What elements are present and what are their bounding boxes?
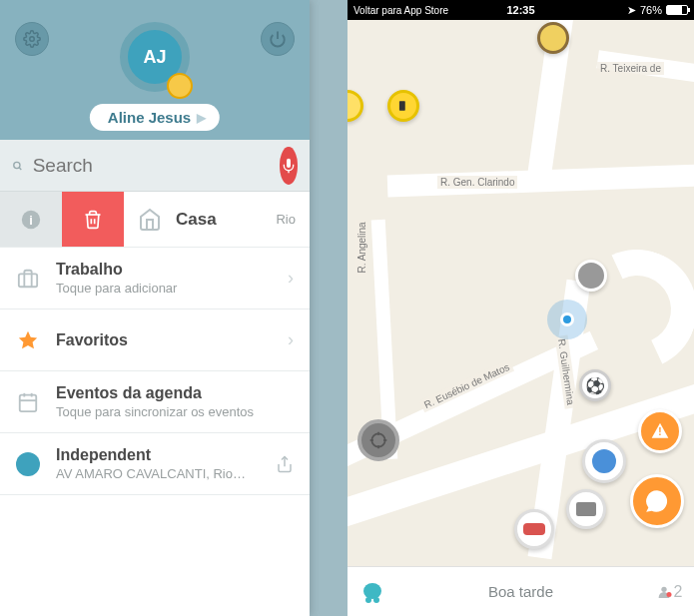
work-row[interactable]: Trabalho Toque para adicionar › bbox=[0, 248, 310, 309]
home-title: Casa bbox=[176, 210, 217, 230]
friends-button[interactable]: 2 bbox=[644, 583, 694, 601]
username-chip[interactable]: Aline Jesus ▶ bbox=[90, 104, 220, 131]
voice-search-button[interactable] bbox=[280, 147, 298, 185]
warning-icon: ! bbox=[650, 421, 670, 441]
calendar-icon bbox=[17, 391, 39, 413]
menu-button[interactable] bbox=[347, 580, 397, 604]
wazer-pin[interactable] bbox=[575, 260, 607, 292]
profile-header: AJ Aline Jesus ▶ bbox=[0, 0, 310, 140]
svg-point-0 bbox=[30, 37, 35, 42]
home-row-swiped[interactable]: i Casa Rio bbox=[0, 192, 310, 248]
bottom-bar: Boa tarde 2 bbox=[347, 566, 694, 616]
favorites-row[interactable]: Favoritos › bbox=[0, 309, 310, 371]
chevron-right-icon: › bbox=[288, 329, 294, 350]
svg-point-15 bbox=[371, 433, 384, 446]
camera-icon bbox=[576, 502, 596, 516]
settings-button[interactable] bbox=[15, 22, 49, 56]
place-dot-icon bbox=[16, 452, 40, 476]
avatar-badge-icon bbox=[167, 73, 193, 99]
battery-percent: 76% bbox=[640, 4, 662, 16]
report-button[interactable] bbox=[630, 474, 684, 528]
svg-marker-8 bbox=[19, 330, 37, 347]
trash-icon bbox=[83, 210, 103, 230]
info-icon: i bbox=[20, 209, 42, 231]
police-button[interactable] bbox=[582, 439, 626, 483]
recent-title: Independent bbox=[56, 446, 260, 464]
camera-button[interactable] bbox=[566, 489, 606, 529]
wazer-pin[interactable] bbox=[537, 22, 569, 54]
work-sub: Toque para adicionar bbox=[56, 281, 272, 296]
power-icon bbox=[269, 30, 287, 48]
speech-bubble-icon bbox=[644, 488, 670, 514]
waze-icon bbox=[358, 580, 386, 604]
greeting-label[interactable]: Boa tarde bbox=[397, 583, 644, 600]
home-trail: Rio bbox=[276, 212, 296, 227]
alert-button[interactable]: ! bbox=[638, 409, 682, 453]
traffic-button[interactable] bbox=[514, 509, 554, 549]
svg-point-24 bbox=[661, 586, 666, 591]
friends-count: 2 bbox=[674, 583, 683, 601]
agenda-row[interactable]: Eventos da agenda Toque para sincronizar… bbox=[0, 371, 310, 433]
info-action[interactable]: i bbox=[0, 192, 62, 247]
hazard-pin[interactable] bbox=[387, 90, 419, 122]
street-label: R. Gen. Clarindo bbox=[437, 176, 517, 189]
briefcase-icon bbox=[17, 268, 39, 290]
favorites-list: i Casa Rio Trabalho Toque para bbox=[0, 192, 310, 495]
svg-line-3 bbox=[19, 168, 21, 170]
police-icon bbox=[592, 449, 616, 473]
car-icon bbox=[523, 523, 545, 535]
crosshair-icon bbox=[368, 430, 388, 450]
gear-icon bbox=[23, 30, 41, 48]
power-button[interactable] bbox=[261, 22, 295, 56]
agenda-sub: Toque para sincronizar os eventos bbox=[56, 404, 294, 419]
svg-rect-14 bbox=[399, 101, 405, 110]
svg-rect-9 bbox=[20, 394, 37, 411]
microphone-icon bbox=[281, 158, 297, 174]
svg-point-2 bbox=[14, 162, 20, 168]
username-label: Aline Jesus bbox=[108, 109, 191, 126]
favorites-title: Favoritos bbox=[56, 331, 272, 349]
battery-icon bbox=[666, 5, 688, 15]
street-label: R. Teixeira de bbox=[597, 62, 664, 75]
compass-button[interactable] bbox=[357, 419, 399, 461]
agenda-title: Eventos da agenda bbox=[56, 384, 294, 402]
chevron-right-icon: › bbox=[288, 268, 294, 289]
work-title: Trabalho bbox=[56, 261, 272, 279]
search-icon bbox=[12, 155, 23, 177]
delete-action[interactable] bbox=[62, 192, 124, 247]
status-time: 12:35 bbox=[506, 4, 534, 16]
hazard-pin-partial[interactable] bbox=[347, 90, 363, 122]
svg-rect-7 bbox=[19, 274, 37, 287]
svg-point-21 bbox=[363, 583, 381, 599]
street-label: R. Angelina bbox=[355, 219, 368, 276]
location-services-icon: ➤ bbox=[627, 4, 636, 17]
recent-sub: AV AMARO CAVALCANTI, Rio… bbox=[56, 466, 260, 481]
svg-point-22 bbox=[365, 597, 371, 603]
svg-point-23 bbox=[373, 597, 379, 603]
avatar-initials: AJ bbox=[143, 47, 166, 68]
map-canvas[interactable]: R. Teixeira de R. Gen. Clarindo R. Angel… bbox=[347, 20, 694, 566]
wazer-soccer-pin[interactable]: ⚽ bbox=[579, 369, 611, 401]
home-row-body[interactable]: Casa Rio bbox=[124, 192, 310, 247]
star-icon bbox=[17, 329, 39, 351]
current-location bbox=[547, 300, 587, 339]
chevron-right-icon: ▶ bbox=[197, 111, 206, 125]
share-icon[interactable] bbox=[276, 455, 294, 473]
back-to-label[interactable]: Voltar para App Store bbox=[353, 5, 448, 16]
map-screen: Voltar para App Store 12:35 ➤ 76% R. Tei… bbox=[347, 0, 694, 616]
gas-icon bbox=[396, 99, 410, 113]
status-bar: Voltar para App Store 12:35 ➤ 76% bbox=[347, 0, 694, 20]
search-input[interactable] bbox=[33, 155, 270, 177]
search-bar[interactable] bbox=[0, 140, 310, 192]
svg-text:!: ! bbox=[658, 426, 661, 437]
home-icon bbox=[138, 208, 162, 232]
notification-dot-icon bbox=[667, 592, 672, 597]
recent-row[interactable]: Independent AV AMARO CAVALCANTI, Rio… bbox=[0, 433, 310, 495]
left-panel: AJ Aline Jesus ▶ i bbox=[0, 0, 347, 616]
svg-text:i: i bbox=[29, 212, 33, 227]
